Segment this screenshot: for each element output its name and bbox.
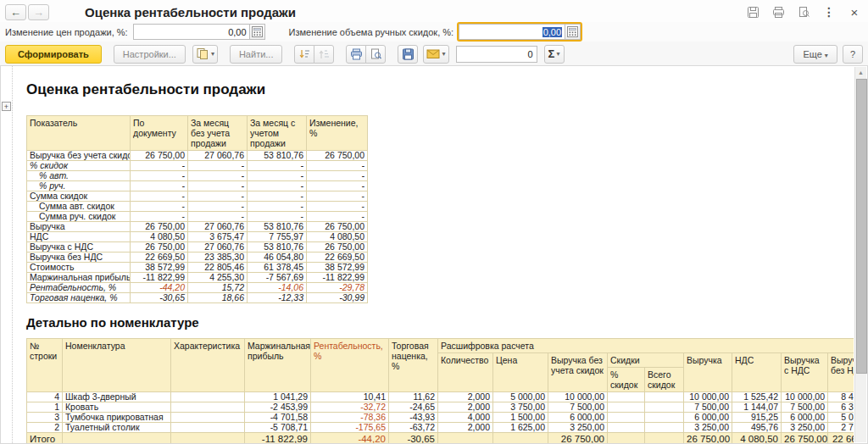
cell-value[interactable]: - — [307, 181, 368, 191]
cell-value[interactable]: 23 385,30 — [188, 253, 248, 263]
collapse-groups-button[interactable] — [294, 45, 314, 64]
cell-value[interactable] — [63, 433, 171, 444]
cell-value[interactable]: -5 708,71 — [245, 423, 311, 433]
cell-value[interactable]: 6 355,93 — [828, 402, 854, 413]
cell-value[interactable]: 3 250,00 — [548, 423, 608, 433]
cell-value[interactable]: 26 750,00 — [131, 222, 188, 232]
print-preview-button[interactable] — [365, 45, 386, 64]
row-label[interactable]: Рентабельность, % — [27, 283, 131, 293]
generate-button[interactable]: Сформировать — [5, 45, 102, 64]
cell-value[interactable]: -30,65 — [131, 293, 188, 303]
scroll-up-arrow-icon[interactable]: ▲ — [855, 67, 866, 78]
cell-value[interactable] — [608, 423, 645, 433]
save-icon[interactable] — [746, 5, 760, 19]
cell-value[interactable]: 3 250,00 — [684, 423, 732, 433]
cell-value[interactable] — [171, 392, 245, 402]
cell-value[interactable]: 26 750,00 — [307, 151, 368, 161]
cell-value[interactable]: -7 567,69 — [248, 273, 307, 283]
close-icon[interactable]: × — [848, 5, 861, 19]
cell-value[interactable]: 2,000 — [438, 423, 493, 433]
cell-value[interactable] — [171, 423, 245, 433]
cell-value[interactable]: - — [131, 181, 188, 191]
cell-value[interactable]: -11 822,99 — [307, 273, 368, 283]
cell-value[interactable]: - — [188, 181, 248, 191]
cell-value[interactable]: 10 000,00 — [782, 392, 828, 402]
cell-value[interactable]: - — [131, 191, 188, 202]
cell-value[interactable]: - — [307, 191, 368, 202]
cell-value[interactable]: Итого — [27, 433, 63, 444]
cell-value[interactable]: 26 750,00 — [131, 151, 188, 161]
back-button[interactable]: ← — [5, 4, 26, 20]
cell-value[interactable]: 4 255,30 — [188, 273, 248, 283]
cell-value[interactable]: 8 474,58 — [828, 392, 854, 402]
cell-value[interactable]: 7 500,00 — [548, 402, 608, 413]
cell-value[interactable]: 38 572,99 — [307, 263, 368, 273]
cell-value[interactable]: -14,06 — [248, 283, 307, 293]
row-counter-field[interactable] — [456, 46, 537, 63]
cell-value[interactable]: - — [131, 202, 188, 212]
cell-value[interactable]: Тумбочка прикроватная — [63, 413, 171, 423]
cell-value[interactable]: - — [131, 161, 188, 171]
cell-value[interactable]: -43,93 — [389, 413, 438, 423]
cell-value[interactable]: - — [307, 171, 368, 181]
cell-value[interactable]: 4 080,50 — [131, 232, 188, 242]
cell-value[interactable]: 27 060,76 — [188, 151, 248, 161]
cell-value[interactable]: 10 000,00 — [684, 392, 732, 402]
cell-value[interactable]: 3 250,00 — [782, 423, 828, 433]
print-icon[interactable] — [771, 5, 785, 19]
cell-value[interactable]: 5 084,75 — [828, 413, 854, 423]
cell-value[interactable]: - — [248, 212, 307, 222]
price-change-input[interactable] — [133, 24, 249, 40]
cell-value[interactable]: - — [248, 161, 307, 171]
cell-value[interactable] — [608, 433, 645, 444]
cell-value[interactable]: -29,78 — [307, 283, 368, 293]
discount-change-input[interactable]: 0,00 — [459, 24, 565, 40]
cell-value[interactable]: - — [248, 202, 307, 212]
print-button[interactable] — [346, 45, 366, 64]
cell-value[interactable]: 53 810,76 — [248, 222, 307, 232]
cell-value[interactable] — [645, 433, 684, 444]
cell-value[interactable] — [645, 402, 684, 413]
cell-value[interactable]: 26 750,00 — [307, 242, 368, 253]
cell-value[interactable]: 7 500,00 — [684, 402, 732, 413]
row-label[interactable]: Выручка без учета скидок — [27, 151, 131, 161]
cell-value[interactable]: 495,76 — [732, 423, 782, 433]
cell-value[interactable]: 27 060,76 — [188, 222, 248, 232]
cell-value[interactable] — [438, 433, 493, 444]
cell-value[interactable]: 4,000 — [438, 413, 493, 423]
autosum-button[interactable]: Σ ▾ — [544, 45, 565, 64]
cell-value[interactable] — [171, 413, 245, 423]
cell-value[interactable]: 2,000 — [438, 392, 493, 402]
row-label[interactable]: % авт. — [27, 171, 131, 181]
cell-value[interactable]: 10 000,00 — [548, 392, 608, 402]
cell-value[interactable]: -32,72 — [311, 402, 389, 413]
cell-value[interactable] — [645, 392, 684, 402]
cell-value[interactable]: 1 041,29 — [245, 392, 311, 402]
cell-value[interactable]: 3 750,00 — [493, 402, 548, 413]
save-result-button[interactable] — [398, 45, 418, 64]
cell-value[interactable]: -11 822,99 — [131, 273, 188, 283]
cell-value[interactable]: 915,25 — [732, 413, 782, 423]
cell-value[interactable]: Кровать — [63, 402, 171, 413]
cell-value[interactable]: 53 810,76 — [248, 242, 307, 253]
vertical-scrollbar[interactable]: ▲ — [854, 67, 866, 442]
cell-value[interactable]: 7 755,97 — [248, 232, 307, 242]
cell-value[interactable]: -4 701,58 — [245, 413, 311, 423]
row-label[interactable]: Выручка с НДС — [27, 242, 131, 253]
cell-value[interactable]: 11,62 — [389, 392, 438, 402]
preview-icon[interactable] — [797, 5, 810, 19]
cell-value[interactable]: 22 805,46 — [188, 263, 248, 273]
cell-value[interactable]: - — [188, 171, 248, 181]
price-calculator-button[interactable] — [249, 24, 265, 40]
cell-value[interactable]: 1 500,00 — [493, 413, 548, 423]
row-label[interactable]: Сумма руч. скидок — [27, 212, 131, 222]
cell-value[interactable]: 46 054,80 — [248, 253, 307, 263]
cell-value[interactable]: - — [131, 212, 188, 222]
cell-value[interactable]: -44,20 — [131, 283, 188, 293]
cell-value[interactable]: 53 810,76 — [248, 151, 307, 161]
discount-calculator-button[interactable] — [565, 24, 581, 40]
cell-value[interactable]: -11 822,99 — [245, 433, 311, 444]
help-button[interactable]: ? — [843, 45, 863, 64]
row-label[interactable]: Выручка без НДС — [27, 253, 131, 263]
cell-value[interactable]: 1 625,00 — [493, 423, 548, 433]
